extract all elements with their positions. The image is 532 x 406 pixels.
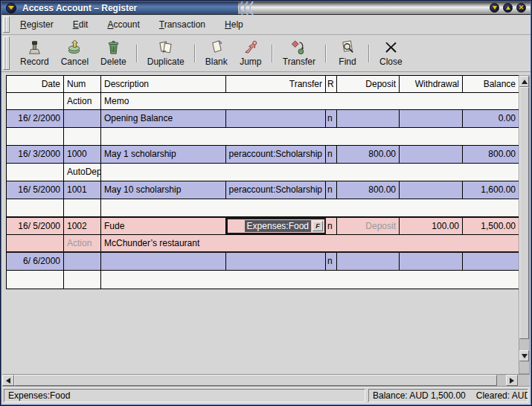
vertical-scroll-thumb[interactable] [519, 87, 529, 339]
scroll-down-button[interactable] [519, 350, 529, 361]
cell-deposit[interactable]: 800.00 [337, 181, 400, 199]
record-button[interactable]: Record [14, 37, 55, 69]
cell-transfer[interactable]: peraccount:Scholarship [226, 146, 326, 163]
menu-transaction[interactable]: Transaction [150, 17, 216, 32]
cell-description[interactable]: Fude [101, 218, 226, 234]
cell-reconcile[interactable]: n [326, 253, 337, 270]
cell-withdrawal[interactable]: 100.00 [400, 218, 463, 234]
horizontal-scroll-thumb[interactable] [14, 375, 497, 386]
cell-reconcile[interactable]: n [326, 218, 337, 234]
scroll-up-icon [522, 80, 528, 84]
cell-memo[interactable] [101, 271, 519, 289]
cancel-button[interactable]: Cancel [55, 37, 94, 69]
toolbar-separator [325, 45, 327, 62]
cell-balance[interactable]: 1,500.00 [463, 218, 519, 234]
scroll-up-button[interactable] [519, 76, 529, 87]
cell-deposit[interactable] [337, 253, 400, 270]
cell-date[interactable]: 6/ 6/2000 [7, 253, 64, 270]
transfer-combo-field[interactable]: Expenses:Food F [226, 218, 326, 234]
maximize-button[interactable] [503, 3, 513, 13]
header-memo: Memo [101, 93, 519, 109]
scroll-down-icon [522, 354, 528, 358]
scroll-right-button[interactable] [506, 375, 518, 386]
cell-date[interactable]: 16/ 5/2000 [7, 218, 64, 234]
toolbar-separator [194, 45, 196, 62]
cell-memo[interactable] [101, 199, 519, 216]
cell-date-blank[interactable] [7, 164, 64, 181]
transaction-row: 6/ 6/2000 n [7, 253, 519, 271]
cell-action[interactable]: AutoDep [64, 164, 101, 181]
cell-reconcile[interactable]: n [326, 110, 337, 127]
cell-num[interactable]: 1000 [64, 146, 101, 163]
cell-withdrawal[interactable] [400, 253, 463, 270]
cell-withdrawal[interactable] [400, 146, 463, 163]
menu-help[interactable]: Help [216, 17, 254, 32]
cell-balance[interactable]: 800.00 [463, 146, 519, 163]
cell-date[interactable]: 16/ 3/2000 [7, 146, 64, 163]
cell-deposit[interactable]: 800.00 [337, 146, 400, 163]
blank-button[interactable]: Blank [199, 37, 234, 69]
find-button[interactable]: Find [330, 37, 365, 69]
transfer-combo-value[interactable]: Expenses:Food [245, 220, 311, 232]
transfer-combo-dropdown-button[interactable]: F [313, 221, 323, 231]
cell-num[interactable]: 1001 [64, 181, 101, 199]
toolbar: Record Cancel Delete [1, 35, 531, 72]
menubar-drag-handle[interactable] [3, 16, 10, 33]
cell-balance[interactable] [463, 253, 519, 270]
transfer-button[interactable]: Transfer [277, 37, 321, 69]
blank-label: Blank [205, 57, 228, 67]
window-menu-button[interactable] [6, 3, 16, 13]
cell-withdrawal[interactable] [400, 181, 463, 199]
status-account-text: Expenses:Food [8, 390, 70, 402]
scroll-left-button[interactable] [2, 375, 14, 386]
close-button[interactable]: Close [374, 37, 408, 69]
duplicate-button[interactable]: Duplicate [141, 37, 190, 69]
cell-withdrawal[interactable] [400, 110, 463, 127]
cell-memo[interactable]: McChunder’s restaurant [101, 235, 519, 251]
menu-edit[interactable]: Edit [64, 17, 99, 32]
menu-register[interactable]: Register [11, 17, 64, 32]
coins-undo-icon [66, 39, 83, 56]
close-window-button[interactable]: ✕ [516, 3, 526, 13]
cell-num[interactable] [64, 253, 101, 270]
horizontal-scrollbar[interactable] [2, 374, 530, 387]
jump-button[interactable]: Jump [234, 37, 268, 69]
minimize-icon [493, 6, 497, 10]
cell-date-blank[interactable] [7, 235, 64, 251]
cell-transfer[interactable] [226, 110, 326, 127]
cell-num[interactable] [64, 110, 101, 127]
cell-description[interactable]: May 1 scholarship [101, 146, 226, 163]
cell-date[interactable]: 16/ 5/2000 [7, 181, 64, 199]
header-num: Num [64, 76, 101, 92]
cell-date-blank[interactable] [7, 199, 64, 216]
titlebar[interactable]: Access Account – Register ✕ [1, 1, 531, 15]
cell-reconcile[interactable]: n [326, 181, 337, 199]
cell-action-placeholder[interactable]: Action [64, 235, 101, 251]
cell-memo[interactable] [101, 164, 519, 181]
toolbar-drag-handle[interactable] [3, 36, 10, 70]
cell-reconcile[interactable]: n [326, 146, 337, 163]
cell-transfer[interactable]: peraccount:Scholarship [226, 181, 326, 199]
cell-transfer[interactable] [226, 253, 326, 270]
menu-bar: Register Edit Account Transaction Help [1, 15, 531, 35]
cell-balance[interactable]: 0.00 [463, 110, 519, 127]
cell-balance[interactable]: 1,600.00 [463, 181, 519, 199]
cell-action[interactable] [64, 128, 101, 145]
cell-description[interactable]: May 10 scholarship [101, 181, 226, 199]
cell-date[interactable]: 16/ 2/2000 [7, 110, 64, 127]
cell-memo[interactable] [101, 128, 519, 145]
cell-num[interactable]: 1002 [64, 218, 101, 234]
vertical-scrollbar[interactable] [519, 75, 530, 374]
cell-action[interactable] [64, 199, 101, 216]
cell-description[interactable] [101, 253, 226, 270]
cell-deposit[interactable] [337, 110, 400, 127]
cell-description[interactable]: Opening Balance [101, 110, 226, 127]
menu-account[interactable]: Account [98, 17, 150, 32]
delete-button[interactable]: Delete [94, 37, 132, 69]
cell-date-blank[interactable] [7, 128, 64, 145]
cell-date-blank[interactable] [7, 271, 64, 289]
minimize-button[interactable] [490, 3, 499, 13]
status-account-panel: Expenses:Food [4, 389, 365, 402]
cell-deposit-placeholder[interactable]: Deposit [337, 218, 400, 234]
cell-action[interactable] [64, 271, 101, 289]
